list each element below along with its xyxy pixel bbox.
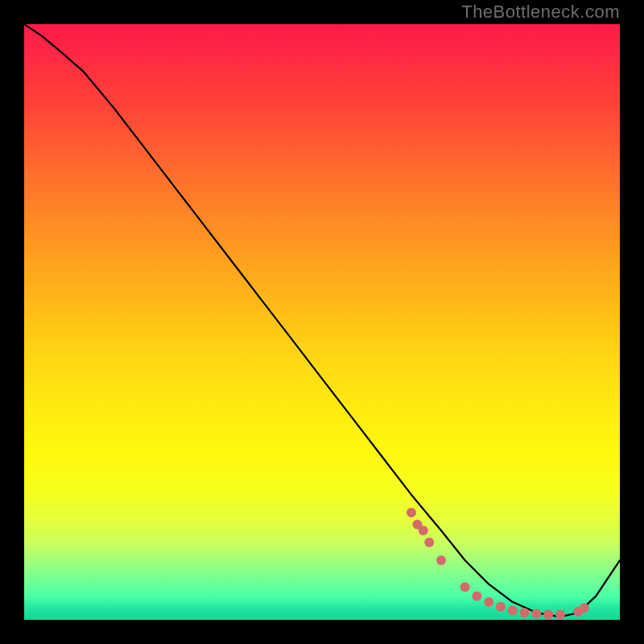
data-point: [543, 609, 553, 619]
data-point: [531, 609, 541, 619]
data-point: [472, 591, 481, 601]
data-point: [436, 555, 446, 565]
data-point: [484, 597, 493, 607]
bottleneck-curve: [24, 24, 620, 620]
watermark-text: TheBottleneck.com: [461, 2, 620, 23]
chart-frame: TheBottleneck.com: [0, 0, 644, 644]
data-point: [419, 526, 428, 535]
curve-line: [24, 24, 620, 617]
plot-area: [24, 24, 620, 620]
data-point: [424, 538, 434, 547]
data-point: [520, 608, 530, 617]
data-point: [407, 508, 416, 518]
data-point: [496, 602, 506, 612]
data-point: [508, 605, 518, 615]
data-point: [555, 609, 565, 619]
data-point: [580, 603, 589, 613]
data-point: [460, 582, 470, 592]
